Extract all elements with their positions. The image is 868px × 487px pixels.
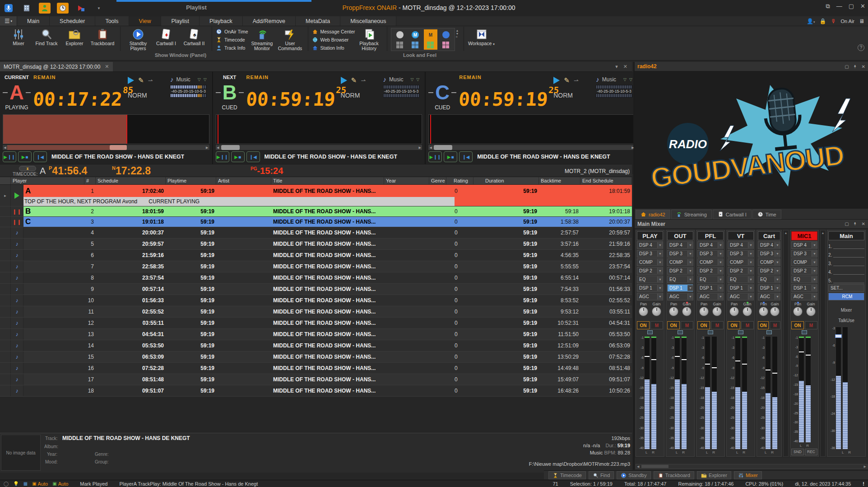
dsp-button-dsp-4[interactable]: DSP 4▼ bbox=[791, 241, 817, 249]
dropdown-icon[interactable]: ▼ bbox=[657, 285, 663, 291]
skip-back-button[interactable]: ❙◀ bbox=[33, 151, 47, 162]
pan-knob[interactable]: Pan bbox=[699, 302, 709, 321]
lock-icon[interactable]: 🔒 bbox=[819, 18, 826, 24]
playlist-document-tab[interactable]: MOTR_dinsdag @ 12-12-2023 17:00:00 ✕ bbox=[0, 62, 113, 71]
dropdown-icon[interactable]: ▼ bbox=[775, 285, 780, 291]
segue-arrow-icon[interactable]: ⇀ bbox=[148, 77, 153, 84]
restore-icon[interactable]: ⧉ bbox=[826, 3, 830, 10]
strip-name-vt[interactable]: VT bbox=[728, 231, 754, 240]
dropdown-icon[interactable]: ▼ bbox=[812, 276, 817, 282]
ribbon-tab-tools[interactable]: Tools bbox=[95, 16, 129, 26]
dsp-button-dsp-3[interactable]: DSP 3▼ bbox=[637, 250, 663, 258]
dropdown-icon[interactable]: ▼ bbox=[748, 251, 753, 257]
dsp-button-dsp-4[interactable]: DSP 4▼ bbox=[728, 241, 754, 249]
dropdown-icon[interactable]: ▼ bbox=[718, 268, 723, 274]
column-header-genre[interactable]: Genre bbox=[429, 177, 446, 184]
column-header-year[interactable]: Year bbox=[384, 177, 429, 184]
ribbon-tab-view[interactable]: View bbox=[129, 16, 162, 26]
dsp-button-dsp-4[interactable]: DSP 4▼ bbox=[667, 241, 693, 249]
table-row[interactable]: ♪ 7 22:58:35 59:19 MIDDLE OF THE ROAD SH… bbox=[0, 261, 632, 272]
skip-back-button[interactable]: ❙◀ bbox=[246, 151, 260, 162]
dsp-button-dsp-4[interactable]: DSP 4▼ bbox=[697, 241, 724, 249]
tab-list-caret-icon[interactable]: ▾ bbox=[615, 64, 618, 70]
player-A-waveform[interactable] bbox=[3, 114, 209, 144]
dropdown-icon[interactable]: ▼ bbox=[775, 268, 780, 274]
status-grid-icon[interactable]: ▦ bbox=[23, 481, 28, 486]
channel-mute-button[interactable]: M bbox=[741, 321, 754, 329]
gain-knob[interactable]: Gain bbox=[770, 302, 780, 321]
pan-knob[interactable]: Pan bbox=[639, 302, 648, 321]
column-header-title[interactable]: Title bbox=[271, 177, 384, 184]
dropdown-icon[interactable]: ▼ bbox=[812, 259, 817, 265]
user-green-icon[interactable] bbox=[39, 3, 51, 14]
ribbon-tab-main[interactable]: Main bbox=[17, 16, 50, 26]
dsp-button-dsp-3[interactable]: DSP 3▼ bbox=[697, 250, 724, 258]
player-C-waveform[interactable] bbox=[428, 114, 635, 144]
play-pause-button[interactable]: ▶❙❙ bbox=[216, 151, 229, 162]
dropdown-icon[interactable]: ▼ bbox=[687, 242, 693, 248]
dsp-button-dsp-2[interactable]: DSP 2▼ bbox=[728, 267, 754, 275]
gain-knob[interactable]: Gain bbox=[806, 302, 816, 321]
dsp-button-comp[interactable]: COMP▼ bbox=[758, 258, 780, 266]
dropdown-icon[interactable]: ▼ bbox=[657, 276, 663, 282]
dropdown-icon[interactable]: ▼ bbox=[748, 294, 753, 300]
player-B-waveform[interactable] bbox=[216, 114, 422, 144]
table-row[interactable]: ♪ 18 09:51:07 59:19 MIDDLE OF THE ROAD S… bbox=[0, 385, 632, 397]
table-row[interactable]: ♪ 17 08:51:48 59:19 MIDDLE OF THE ROAD S… bbox=[0, 374, 632, 385]
ribbon-item-track-info[interactable]: Track Info bbox=[216, 44, 248, 52]
play-export-icon[interactable] bbox=[75, 3, 87, 14]
radio42-tab-radio42[interactable]: radio42 bbox=[636, 210, 670, 219]
dropdown-icon[interactable]: ▼ bbox=[748, 259, 753, 265]
dsp-button-dsp-3[interactable]: DSP 3▼ bbox=[728, 250, 754, 258]
main-slot-2[interactable]: 2. bbox=[828, 250, 864, 258]
table-row[interactable]: ❙❙ B 2 18:01:59 59:19 MIDDLE OF THE ROAD… bbox=[0, 206, 632, 217]
ribbon-tab-playlist[interactable]: Playlist bbox=[161, 16, 200, 26]
ribbon-button-playback-history[interactable]: Playback History bbox=[355, 27, 383, 51]
column-header-schedule[interactable]: Schedule bbox=[96, 177, 166, 184]
dropdown-icon[interactable]: ▼ bbox=[812, 268, 817, 274]
play-stop-button[interactable]: ▶■ bbox=[444, 151, 457, 162]
table-row[interactable]: ♪ 14 05:53:50 59:19 MIDDLE OF THE ROAD S… bbox=[0, 340, 632, 351]
dsp-button-agc[interactable]: AGC▼ bbox=[697, 293, 724, 300]
dsp-button-dsp-3[interactable]: DSP 3▼ bbox=[667, 250, 693, 258]
dsp-button-dsp-4[interactable]: DSP 4▼ bbox=[758, 241, 780, 249]
dsp-button-dsp-2[interactable]: DSP 2▼ bbox=[791, 267, 817, 275]
dock-tab-explorer[interactable]: Explorer bbox=[697, 471, 731, 479]
segue-arrow-icon[interactable]: ⇀ bbox=[574, 77, 579, 84]
dropdown-icon[interactable]: ▼ bbox=[657, 294, 663, 300]
dsp-button-dsp-2[interactable]: DSP 2▼ bbox=[758, 267, 780, 275]
pan-knob[interactable]: Pan bbox=[729, 302, 739, 321]
auto-mode-toggle-1[interactable]: ▣Auto bbox=[32, 481, 48, 487]
dsp-button-agc[interactable]: AGC▼ bbox=[667, 293, 693, 300]
dropdown-icon[interactable]: ▼ bbox=[687, 259, 693, 265]
ribbon-item-station-info[interactable]: Station Info bbox=[312, 44, 355, 52]
dsp-button-eq[interactable]: EQ▼ bbox=[667, 276, 693, 283]
dropdown-icon[interactable]: ▼ bbox=[812, 242, 817, 248]
monitor-icon[interactable]: 🖥 bbox=[859, 18, 864, 24]
column-header-duration[interactable]: Duration bbox=[473, 177, 539, 184]
ribbon-tab-add-remove[interactable]: Add/Remove bbox=[243, 16, 296, 26]
dsp-button-agc[interactable]: AGC▼ bbox=[758, 293, 780, 300]
dsp-button-dsp-2[interactable]: DSP 2▼ bbox=[697, 267, 724, 275]
dsp-button-eq[interactable]: EQ▼ bbox=[728, 276, 754, 283]
edit-icon[interactable]: ✎ bbox=[138, 76, 144, 84]
table-row[interactable]: ♪ 8 23:57:54 59:19 MIDDLE OF THE ROAD SH… bbox=[0, 272, 632, 284]
column-header-playtime[interactable]: Playtime bbox=[166, 177, 216, 184]
dsp-button-comp[interactable]: COMP▼ bbox=[637, 258, 663, 266]
playlist-table-header[interactable]: Player#SchedulePlaytimeArtistTitleYearGe… bbox=[0, 177, 632, 185]
dropdown-icon[interactable]: ▼ bbox=[775, 259, 780, 265]
mixer-pin-icon[interactable]: 🖈 bbox=[853, 221, 858, 226]
timecode-hourglass-button[interactable]: ⧗ bbox=[19, 166, 36, 171]
play-pause-button[interactable]: ▶❙❙ bbox=[428, 151, 442, 162]
play-mode-icon[interactable] bbox=[553, 77, 560, 84]
dropdown-icon[interactable]: ▼ bbox=[775, 294, 780, 300]
dsp-button-agc[interactable]: AGC▼ bbox=[728, 293, 754, 300]
dropdown-icon[interactable]: ▼ bbox=[775, 251, 780, 257]
dropdown-icon[interactable]: ▼ bbox=[657, 242, 663, 248]
main-fader-handle[interactable] bbox=[835, 334, 842, 338]
dsp-button-eq[interactable]: EQ▼ bbox=[637, 276, 663, 283]
dropdown-icon[interactable]: ▼ bbox=[687, 285, 693, 291]
channel-on-button[interactable]: ON bbox=[728, 321, 740, 329]
table-row[interactable]: ❙❙ C 3 19:01:18 59:19 MIDDLE OF THE ROAD… bbox=[0, 217, 632, 227]
dsp-button-agc[interactable]: AGC▼ bbox=[637, 293, 663, 300]
